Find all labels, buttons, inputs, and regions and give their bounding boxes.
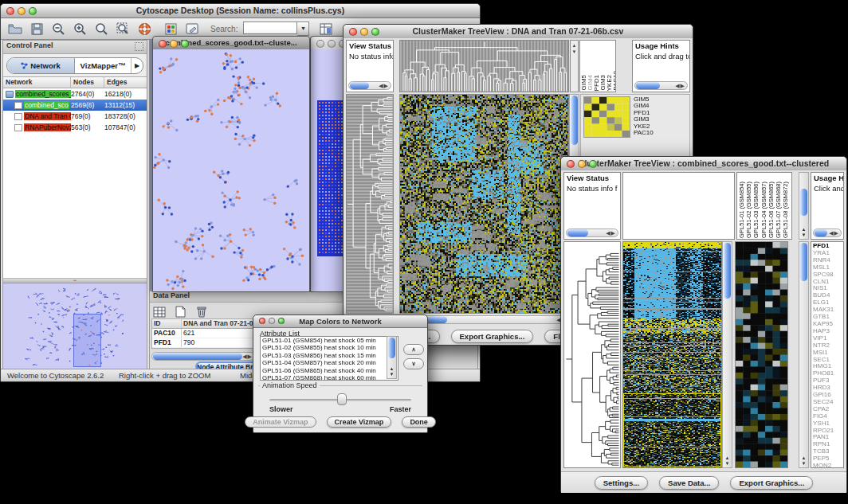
zoom-out-icon[interactable] <box>50 21 66 37</box>
delete-attribute-icon[interactable] <box>194 304 209 318</box>
column-attribute[interactable]: DNA and Tran 07-21-06 <box>182 319 257 328</box>
attribute-row[interactable]: PFD1 790 <box>152 338 257 348</box>
attribute-item[interactable]: GPL51-07 (GSM868) heat shock 60 min <box>261 374 398 381</box>
close-button[interactable] <box>567 160 575 168</box>
view-status-scrollbar[interactable]: ◀▶ <box>566 229 618 237</box>
column-nodes[interactable]: Nodes <box>71 77 104 88</box>
zoom-in-icon[interactable] <box>72 21 88 37</box>
tv2-action-button[interactable]: Export Graphics... <box>730 476 813 490</box>
data-panel-scrollbar[interactable]: ◀▶ <box>151 352 255 361</box>
network-row[interactable]: combined_sco 2569(6) 13112(15) <box>3 100 147 111</box>
dialog-button[interactable]: Done <box>402 416 436 428</box>
save-icon[interactable] <box>29 21 45 37</box>
dialog-button[interactable]: Animate Vizmap <box>245 416 316 428</box>
minimize-button[interactable] <box>170 40 178 48</box>
float-panel-icon[interactable] <box>135 42 143 51</box>
minimize-button[interactable] <box>360 28 368 36</box>
move-up-button[interactable]: ∧ <box>403 344 424 355</box>
tv1-row-dendrogram[interactable] <box>346 94 394 314</box>
annotation-icon[interactable] <box>184 21 200 37</box>
tv2-column-label-scrollbar[interactable]: ▲▼ <box>799 172 809 240</box>
attribute-row[interactable]: PAC10 621 <box>152 329 257 338</box>
treeview2-title-bar[interactable]: ClusterMaker TreeView : combined_scores_… <box>561 157 846 171</box>
tv1-zoom-heatmap[interactable] <box>583 96 630 138</box>
array-column-label[interactable]: GPL51-07 (GSM868) <box>775 182 782 238</box>
network-row[interactable]: combined_scores_ 2764(0) 16218(0) <box>3 88 147 100</box>
column-edges[interactable]: Edges <box>104 77 147 88</box>
tab-vizmapper[interactable]: VizMapper™ <box>75 58 132 73</box>
network-canvas-area[interactable] <box>153 49 309 291</box>
network-row[interactable]: RNAPuberNov2+! 563(0) 107847(0) <box>3 122 147 133</box>
tab-network[interactable]: Network <box>7 58 75 73</box>
array-column-label[interactable]: GPL51-01 (GSM854) <box>738 182 745 238</box>
close-button[interactable] <box>316 40 324 48</box>
usage-hints-scrollbar[interactable]: ◀▶ <box>813 229 842 237</box>
snapshot-icon[interactable] <box>163 21 179 37</box>
tv2-zoom-heatmap[interactable] <box>735 241 788 468</box>
attribute-list[interactable]: GPL51-01 (GSM854) heat shock 05 minGPL51… <box>260 336 398 381</box>
minimize-button[interactable] <box>578 160 586 168</box>
help-lifering-icon[interactable] <box>136 21 152 37</box>
tv1-column-label-scroll[interactable]: ▲▼ <box>570 40 579 92</box>
network-row[interactable]: DNA and Tran 07 769(0) 183728(0) <box>3 111 147 122</box>
tv2-gene-list-scrollbar[interactable]: ▲▼ <box>799 241 809 468</box>
usage-hints-scrollbar[interactable]: ◀▶ <box>634 81 688 90</box>
search-dropdown-button[interactable]: ▼ <box>297 21 309 36</box>
scrollbar-thumb[interactable] <box>153 353 242 360</box>
zoom-button[interactable] <box>181 40 189 48</box>
move-down-button[interactable]: ∨ <box>403 358 424 369</box>
tv2-global-heatmap[interactable] <box>622 241 722 468</box>
view-status-scrollbar[interactable]: ◀▶ <box>348 81 391 90</box>
close-button[interactable] <box>159 40 167 48</box>
network-edges-count: 16218(0) <box>104 90 147 98</box>
row-gene-label[interactable]: PAC10 <box>634 130 654 136</box>
array-column-label[interactable]: GPL51-06 (GSM865) <box>768 182 775 238</box>
new-attribute-icon[interactable] <box>173 304 187 318</box>
minimize-button[interactable] <box>18 7 26 15</box>
array-column-label[interactable]: GPL51-03 (GSM856) <box>752 182 760 238</box>
network-view-window[interactable]: combined_scores_good.txt--cluste... <box>152 36 310 292</box>
attribute-item[interactable]: GPL51-01 (GSM854) heat shock 05 min <box>261 337 398 344</box>
zoom-selected-icon[interactable] <box>93 21 109 37</box>
attribute-table-icon[interactable] <box>152 305 167 319</box>
treeview1-title-bar[interactable]: ClusterMaker TreeView : DNA and Tran 07-… <box>344 25 693 39</box>
tv1-column-dendrogram[interactable] <box>399 40 569 92</box>
array-column-label[interactable]: GPL51-04 (GSM857) <box>760 182 768 238</box>
zoom-button[interactable] <box>278 318 285 324</box>
close-button[interactable] <box>349 28 357 36</box>
dialog-title-bar[interactable]: Map Colors to Network <box>253 315 427 328</box>
attribute-item[interactable]: GPL51-03 (GSM856) heat shock 15 min <box>261 352 398 359</box>
dialog-button[interactable]: Create Vizmap <box>327 416 392 428</box>
tv2-column-dendrogram[interactable] <box>622 172 735 240</box>
tv2-row-dendrogram[interactable] <box>563 241 621 468</box>
search-input[interactable] <box>243 21 297 34</box>
tv2-action-button[interactable]: Settings... <box>595 476 648 490</box>
tv2-heatmap-vscrollbar[interactable]: ▲▼ <box>722 241 732 468</box>
minimize-button[interactable] <box>328 40 336 48</box>
close-button[interactable] <box>259 318 265 324</box>
gene-label[interactable]: MON2 <box>813 463 843 468</box>
attribute-list-scrollbar[interactable]: ▲▼ <box>387 336 397 379</box>
column-gene-label[interactable]: PAC10 <box>613 71 616 91</box>
zoom-button[interactable] <box>29 7 37 15</box>
array-column-label[interactable]: GPL51-08 (GSM872) <box>782 182 789 238</box>
open-file-icon[interactable] <box>7 21 23 37</box>
column-id[interactable]: ID <box>152 319 182 328</box>
table-import-icon[interactable] <box>318 21 334 37</box>
tv1-global-heatmap[interactable] <box>399 94 569 314</box>
tv1-action-button[interactable]: Export Graphics... <box>451 330 534 343</box>
close-button[interactable] <box>6 7 14 15</box>
tv2-action-button[interactable]: Save Data... <box>659 476 719 490</box>
column-network[interactable]: Network <box>3 77 71 88</box>
minimize-button[interactable] <box>269 318 275 324</box>
speed-slider-thumb[interactable] <box>337 393 347 405</box>
attribute-item[interactable]: GPL51-02 (GSM855) heat shock 10 min <box>261 344 398 351</box>
tab-overflow-arrow[interactable]: ▶ <box>132 58 143 73</box>
attribute-item[interactable]: GPL51-04 (GSM857) heat shock 20 min <box>261 359 398 366</box>
zoom-button[interactable] <box>589 160 597 168</box>
main-title-bar[interactable]: Cytoscape Desktop (Session Name: collins… <box>1 4 480 18</box>
birdseye-view[interactable] <box>3 283 147 373</box>
attribute-item[interactable]: GPL51-06 (GSM865) heat shock 40 min <box>261 367 398 374</box>
zoom-fit-icon[interactable] <box>115 21 131 37</box>
zoom-button[interactable] <box>371 28 379 36</box>
